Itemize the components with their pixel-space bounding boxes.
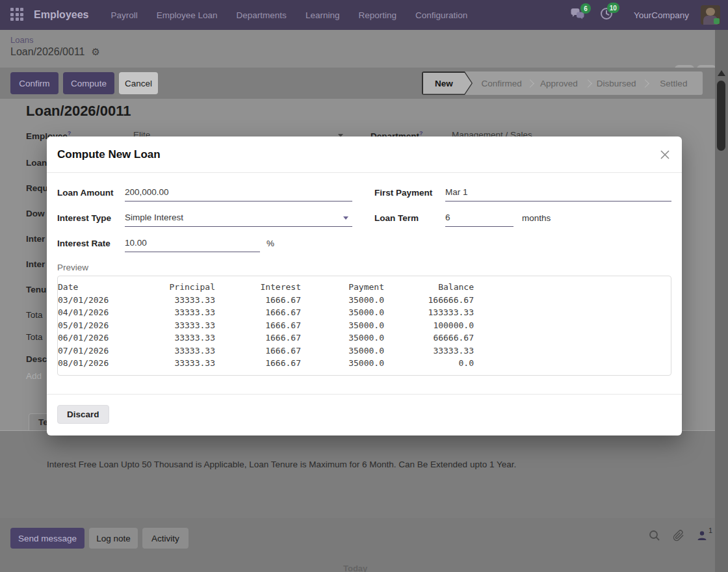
preview-filler [474,306,666,319]
clipped-label: Tota [26,310,43,320]
clipped-label: Requ [26,183,48,193]
preview-cell: 0.0 [384,357,474,370]
preview-filler [474,281,666,294]
chevron-down-icon [343,216,348,220]
first-payment-label: First Payment [374,188,432,198]
preview-cell: 66666.67 [384,332,474,344]
send-message-button[interactable]: Send message [10,528,84,549]
breadcrumb-current: Loan/2026/0011 [10,46,84,58]
preview-cell: 1666.67 [215,319,301,332]
user-avatar[interactable] [701,5,720,25]
search-icon [649,530,660,541]
preview-data-row: 07/01/202633333.331666.6735000.033333.33 [58,344,666,358]
paperclip-icon [673,530,684,541]
vertical-scrollbar[interactable] [715,30,728,572]
field-help-marker: ? [419,130,423,136]
apps-grid-icon[interactable] [10,8,25,22]
avatar-status-indicator [714,18,720,24]
preview-filler [474,357,666,370]
messages-menu[interactable]: 6 [571,8,584,22]
statusbar: NewConfirmedApprovedDisbursedSettled [422,72,703,95]
follower-count: 1 [708,526,712,534]
interest-type-select[interactable]: Simple Interest [125,209,352,227]
activities-badge: 10 [607,3,619,13]
clipped-label: Inter [26,234,45,244]
preview-cell: 133333.33 [384,306,474,319]
form-control-bar: Confirm Compute Cancel NewConfirmedAppro… [0,68,728,99]
preview-data-row: 06/01/202633333.331666.6735000.066666.67 [58,332,666,344]
app-window: Employees PayrollEmployee LoanDepartment… [0,0,728,572]
preview-cell: 35000.0 [301,294,384,307]
preview-cell: 07/01/2026 [58,344,155,358]
followers-button[interactable]: 1 [697,530,707,543]
loan-terms-note: Interest Free Loan Upto 50 Thousand is A… [47,460,516,469]
loan-amount-input[interactable]: 200,000.00 [125,183,352,202]
nav-menu-item-payroll[interactable]: Payroll [107,8,141,23]
preview-col-header: Principal [155,281,215,294]
modal-title: Compute New Loan [57,148,161,161]
statusbar-step-disbursed[interactable]: Disbursed [588,72,645,95]
preview-cell: 08/01/2026 [58,357,155,370]
breadcrumb: Loan/2026/0011 ⚙ [10,46,100,58]
activity-button[interactable]: Activity [142,528,188,549]
preview-cell: 35000.0 [301,306,384,319]
app-brand[interactable]: Employees [34,9,88,21]
follower-person-icon [697,530,707,541]
today-divider: Today [343,564,367,572]
first-payment-input[interactable]: Mar 1 [445,183,671,202]
scrollbar-up-arrow-icon[interactable] [718,70,725,76]
notebook-content [0,431,728,518]
navbar-right: 6 10 YourCompany [571,5,720,25]
preview-cell: 33333.33 [155,319,215,332]
preview-data-row: 03/01/202633333.331666.6735000.0166666.6… [58,294,666,307]
preview-cell: 05/01/2026 [58,319,155,332]
confirm-button[interactable]: Confirm [10,72,58,94]
preview-filler [474,294,666,307]
statusbar-step-new[interactable]: New [422,72,473,95]
nav-menu-item-learning[interactable]: Learning [302,8,344,23]
clipped-label: Loan [26,158,47,168]
scrollbar-thumb[interactable] [717,81,725,151]
clipped-label: Tota [26,332,43,342]
interest-rate-label: Interest Rate [57,239,110,248]
avatar-face [706,8,715,16]
interest-type-value: Simple Interest [125,213,183,222]
breadcrumb-parent-link[interactable]: Loans [10,35,33,45]
statusbar-step-confirmed[interactable]: Confirmed [473,72,530,95]
clipped-label: Add [26,371,42,381]
attachments-button[interactable] [673,530,684,544]
nav-menu-item-employee-loan[interactable]: Employee Loan [153,8,222,23]
log-note-button[interactable]: Log note [89,528,138,549]
loan-term-suffix: months [522,213,551,223]
field-help-marker: ? [68,130,72,136]
clipped-label: Dow [26,209,45,218]
breadcrumb-bar: Loans Loan/2026/0011 ⚙ 1 / 1 [0,30,728,68]
preview-cell: 100000.0 [384,319,474,332]
activities-menu[interactable]: 10 [600,7,613,23]
compute-button[interactable]: Compute [63,72,114,94]
statusbar-step-approved[interactable]: Approved [530,72,588,95]
discard-button[interactable]: Discard [57,405,109,424]
gear-icon[interactable]: ⚙ [91,46,99,58]
nav-menu-item-departments[interactable]: Departments [233,8,291,23]
company-switcher[interactable]: YourCompany [634,10,689,20]
search-messages-button[interactable] [649,530,660,544]
preview-col-header: Date [58,281,155,294]
preview-filler [474,319,666,332]
modal-close-button[interactable] [657,147,673,162]
preview-data-row: 04/01/202633333.331666.6735000.0133333.3… [58,306,666,319]
cancel-button[interactable]: Cancel [119,72,158,94]
modal-header-divider [47,172,682,173]
loan-term-input[interactable]: 6 [445,209,514,227]
loan-term-label: Loan Term [374,213,419,223]
preview-cell: 04/01/2026 [58,306,155,319]
preview-cell: 35000.0 [301,357,384,370]
messages-badge: 6 [580,3,591,14]
preview-cell: 33333.33 [155,332,215,344]
preview-cell: 33333.33 [155,357,215,370]
statusbar-step-settled[interactable]: Settled [645,72,703,95]
modal-footer-divider [47,394,682,395]
interest-rate-input[interactable]: 10.00 [125,234,260,252]
nav-menu-item-reporting[interactable]: Reporting [354,8,400,23]
nav-menu-item-configuration[interactable]: Configuration [411,8,471,23]
